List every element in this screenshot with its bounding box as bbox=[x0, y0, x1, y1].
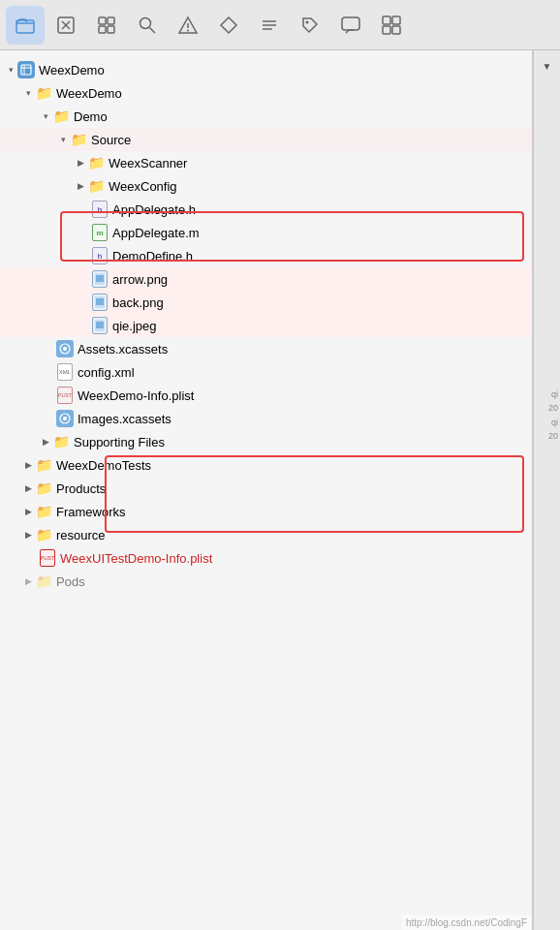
warnings-button[interactable] bbox=[169, 6, 207, 45]
tree-item-assets-xcassets[interactable]: Assets.xcassets bbox=[0, 337, 532, 360]
file-icon-weexdemo-info-plist: PLIST bbox=[56, 387, 74, 404]
label-config-xml: config.xml bbox=[78, 365, 524, 380]
xcassets-icon-images bbox=[56, 410, 74, 427]
svg-rect-27 bbox=[96, 275, 104, 282]
arrow-pods: ▶ bbox=[21, 576, 35, 586]
side-num-3: qi bbox=[548, 416, 558, 429]
label-weexdemo-folder: WeexDemo bbox=[56, 86, 524, 101]
svg-rect-22 bbox=[392, 26, 400, 34]
tree-item-images-xcassets[interactable]: Images.xcassets bbox=[0, 407, 532, 430]
arrow-supporting-files: ▶ bbox=[39, 437, 52, 447]
label-weexdemo-info-plist: WeexDemo-Info.plist bbox=[78, 388, 524, 403]
label-resource: resource bbox=[56, 528, 524, 542]
search-button[interactable] bbox=[128, 6, 167, 45]
folder-icon-demo: 📁 bbox=[52, 108, 70, 125]
svg-point-12 bbox=[187, 29, 189, 31]
folder-yellow-icon: 📁 bbox=[35, 84, 52, 102]
arrow-weexdemo-root: ▾ bbox=[4, 65, 17, 75]
label-demo: Demo bbox=[74, 109, 524, 124]
tree-item-source[interactable]: ▾ 📁 Source bbox=[0, 128, 532, 151]
tree-item-weexdemo-folder[interactable]: ▾ 📁 WeexDemo bbox=[0, 81, 532, 105]
tree-item-config-xml[interactable]: XML config.xml bbox=[0, 360, 532, 384]
tree-item-frameworks[interactable]: ▶ 📁 Frameworks bbox=[0, 500, 532, 523]
right-panel: ▼ qi 20 qi 20 bbox=[533, 50, 560, 930]
tree-item-products[interactable]: ▶ 📁 Products bbox=[0, 477, 532, 500]
toolbar bbox=[0, 0, 560, 50]
label-weexdemotests: WeexDemoTests bbox=[56, 458, 524, 473]
folder-icon-frameworks: 📁 bbox=[35, 503, 52, 520]
file-icon-weexuitestdemo-info-plist: PLIST bbox=[39, 549, 56, 567]
tree-item-supporting-files[interactable]: ▶ 📁 Supporting Files bbox=[0, 430, 532, 453]
folder-icon-products: 📁 bbox=[35, 480, 52, 497]
tree-item-appdelegate-h[interactable]: h AppDelegate.h bbox=[0, 198, 532, 221]
arrow-resource: ▶ bbox=[21, 530, 35, 540]
tree-item-pods[interactable]: ▶ 📁 Pods bbox=[0, 570, 532, 593]
svg-marker-13 bbox=[221, 17, 236, 33]
label-weexscanner: WeexScanner bbox=[109, 156, 524, 170]
tree-item-back-png[interactable]: back.png bbox=[0, 291, 532, 314]
label-pods: Pods bbox=[56, 574, 524, 589]
folder-nav-button[interactable] bbox=[6, 6, 45, 45]
svg-rect-0 bbox=[16, 20, 34, 33]
tree-item-weexdemo-root[interactable]: ▾ WeexDemo bbox=[0, 58, 532, 81]
label-frameworks: Frameworks bbox=[56, 505, 524, 519]
file-icon-config-xml: XML bbox=[56, 363, 74, 381]
tree-item-weexdemo-info-plist[interactable]: PLIST WeexDemo-Info.plist bbox=[0, 384, 532, 407]
file-icon-appdelegate-m: m bbox=[91, 224, 109, 241]
watermark: http://blog.csdn.net/CodingF bbox=[402, 915, 531, 930]
arrow-products: ▶ bbox=[21, 483, 35, 493]
label-appdelegate-h: AppDelegate.h bbox=[112, 202, 524, 217]
tree-item-weexconfig[interactable]: ▶ 📁 WeexConfig bbox=[0, 174, 532, 198]
svg-point-33 bbox=[63, 347, 67, 351]
tree-item-resource[interactable]: ▶ 📁 resource bbox=[0, 523, 532, 546]
svg-rect-7 bbox=[108, 26, 114, 33]
tree-item-demo[interactable]: ▾ 📁 Demo bbox=[0, 105, 532, 128]
tree-item-arrow-png[interactable]: arrow.png bbox=[0, 267, 532, 291]
file-icon-qie-jpeg bbox=[91, 317, 109, 334]
file-icon-appdelegate-h: h bbox=[91, 201, 109, 218]
svg-point-35 bbox=[63, 417, 67, 420]
svg-point-8 bbox=[140, 17, 151, 28]
breakpoints-button[interactable] bbox=[209, 6, 248, 45]
svg-rect-19 bbox=[383, 16, 390, 24]
tree-item-weexdemotests[interactable]: ▶ 📁 WeexDemoTests bbox=[0, 453, 532, 477]
file-icon-demodefine-h: h bbox=[91, 247, 109, 264]
tree-item-weexscanner[interactable]: ▶ 📁 WeexScanner bbox=[0, 151, 532, 174]
svg-rect-21 bbox=[383, 26, 390, 34]
xcassets-icon-assets bbox=[56, 340, 74, 357]
side-num-4: 20 bbox=[548, 429, 558, 443]
tree-item-qie-jpeg[interactable]: qie.jpeg bbox=[0, 314, 532, 337]
grid-button[interactable] bbox=[372, 6, 411, 45]
tree-item-weexuitestdemo-info-plist[interactable]: PLIST WeexUITestDemo-Info.plist bbox=[0, 546, 532, 570]
svg-line-9 bbox=[150, 27, 156, 33]
label-weexconfig: WeexConfig bbox=[109, 179, 524, 194]
arrow-source: ▾ bbox=[56, 135, 70, 144]
folder-icon-source: 📁 bbox=[70, 131, 87, 148]
issues-button[interactable] bbox=[47, 6, 85, 45]
side-num-1: qi bbox=[548, 388, 558, 401]
folder-icon-weexconfig: 📁 bbox=[87, 177, 105, 195]
tags-button[interactable] bbox=[291, 6, 329, 45]
svg-rect-20 bbox=[392, 16, 400, 24]
main-layout: ▾ WeexDemo ▾ 📁 WeexDemo ▾ 📁 Demo ▾ bbox=[0, 50, 560, 930]
file-icon-arrow-png bbox=[91, 270, 109, 288]
label-arrow-png: arrow.png bbox=[112, 272, 524, 287]
right-panel-button[interactable]: ▼ bbox=[536, 54, 559, 78]
label-images-xcassets: Images.xcassets bbox=[78, 412, 524, 426]
label-products: Products bbox=[56, 481, 524, 496]
arrow-demo: ▾ bbox=[39, 111, 52, 121]
label-weexuitestdemo-info-plist: WeexUITestDemo-Info.plist bbox=[60, 551, 524, 566]
arrow-weexdemo-folder: ▾ bbox=[21, 88, 35, 98]
chat-button[interactable] bbox=[331, 6, 370, 45]
svg-rect-31 bbox=[96, 322, 104, 328]
svg-rect-29 bbox=[96, 298, 104, 305]
folder-icon-resource: 📁 bbox=[35, 526, 52, 543]
tree-item-appdelegate-m[interactable]: m AppDelegate.m bbox=[0, 221, 532, 244]
reports-button[interactable] bbox=[250, 6, 289, 45]
label-assets-xcassets: Assets.xcassets bbox=[78, 342, 524, 356]
file-tree: ▾ WeexDemo ▾ 📁 WeexDemo ▾ 📁 Demo ▾ bbox=[0, 50, 533, 930]
label-source: Source bbox=[91, 133, 524, 147]
hierarchy-button[interactable] bbox=[87, 6, 126, 45]
tree-item-demodefine-h[interactable]: h DemoDefine.h bbox=[0, 244, 532, 267]
project-icon bbox=[17, 61, 35, 78]
